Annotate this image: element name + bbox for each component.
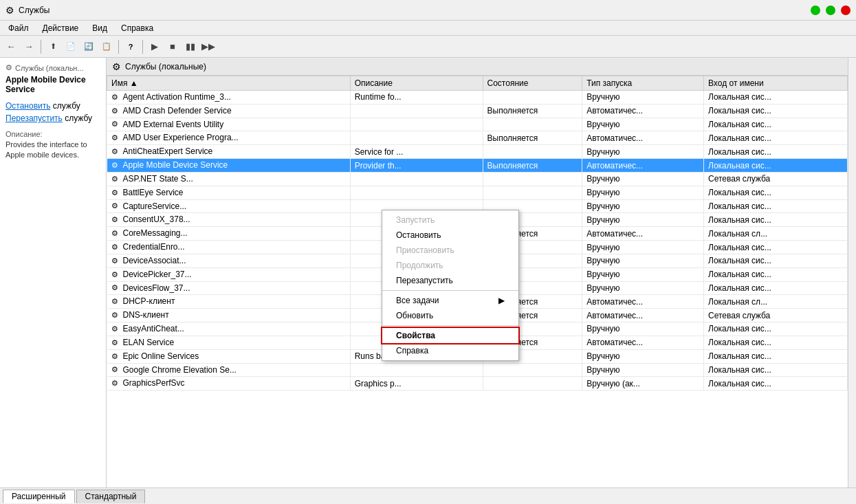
left-panel-icon: ⚙	[6, 63, 12, 72]
selected-service-name: Apple Mobile Device Service	[6, 75, 100, 94]
col-header-status[interactable]: Состояние	[483, 76, 582, 91]
toolbar: ← → ⬆ 📄 🔄 📋 ? ▶ ■ ▮▮ ▶▶	[0, 36, 856, 58]
left-panel: ⚙ Службы (локальн... Apple Mobile Device…	[0, 58, 107, 487]
tb-show[interactable]: 📄	[63, 39, 79, 55]
menu-help[interactable]: Справка	[116, 22, 159, 34]
services-header: ⚙ Службы (локальные)	[107, 58, 848, 76]
table-row[interactable]: ⚙AMD User Experience Progra... Выполняет…	[107, 131, 848, 145]
table-row[interactable]: ⚙Google Chrome Elevation Se... Вручную Л…	[107, 363, 848, 377]
restart-suffix: службу	[63, 113, 92, 123]
tb-pause[interactable]: ▮▮	[182, 39, 199, 55]
ctx-item-продолжить: Продолжить	[382, 258, 518, 273]
col-header-desc[interactable]: Описание	[350, 76, 483, 91]
menu-file[interactable]: Файл	[3, 22, 34, 34]
services-header-title: Службы (локальные)	[125, 62, 206, 72]
bottom-tabs: Расширенный Стандартный	[0, 487, 856, 504]
col-header-name[interactable]: Имя ▲	[107, 76, 351, 91]
ctx-separator	[382, 290, 518, 291]
context-menu: ЗапуститьОстановитьПриостановитьПродолжи…	[382, 210, 519, 361]
service-actions: Остановить службу Перезапустить службу	[6, 100, 100, 124]
left-panel-header: Службы (локальн...	[15, 64, 84, 72]
app-icon: ⚙	[6, 5, 14, 16]
table-row[interactable]: ⚙ASP.NET State S... Вручную Сетевая служ…	[107, 172, 848, 186]
tb-sep2	[118, 40, 119, 54]
title-bar: ⚙ Службы	[0, 0, 856, 21]
tab-extended[interactable]: Расширенный	[3, 490, 75, 503]
ctx-item-все-задачи[interactable]: Все задачи▶	[382, 293, 518, 308]
title-bar-controls	[811, 6, 850, 15]
ctx-item-запустить: Запустить	[382, 212, 518, 228]
table-row[interactable]: ⚙AMD Crash Defender Service Выполняется …	[107, 104, 848, 118]
desc-text: Provides the interface to Apple mobile d…	[6, 140, 100, 160]
table-row[interactable]: ⚙AntiCheatExpert Service Service for ...…	[107, 145, 848, 159]
maximize-button[interactable]	[826, 6, 835, 15]
restart-service-link[interactable]: Перезапустить	[6, 113, 63, 123]
tb-sep1	[41, 40, 41, 54]
tb-resume[interactable]: ▶▶	[200, 39, 217, 55]
menu-bar: Файл Действие Вид Справка	[0, 21, 856, 36]
tab-standard[interactable]: Стандартный	[76, 490, 146, 503]
ctx-item-остановить[interactable]: Остановить	[382, 228, 518, 243]
menu-action[interactable]: Действие	[37, 22, 85, 34]
table-row[interactable]: ⚙GraphicsPerfSvc Graphics p... Вручную (…	[107, 377, 848, 391]
desc-label: Описание:	[6, 130, 100, 138]
table-row[interactable]: ⚙Agent Activation Runtime_3... Runtime f…	[107, 91, 848, 105]
table-row[interactable]: ⚙Apple Mobile Device Service Provider th…	[107, 159, 848, 173]
ctx-item-обновить[interactable]: Обновить	[382, 308, 518, 323]
services-header-icon: ⚙	[112, 61, 121, 72]
tb-sep3	[142, 40, 143, 54]
ctx-item-справка[interactable]: Справка	[382, 343, 518, 358]
col-header-startup[interactable]: Тип запуска	[582, 76, 704, 91]
window-title: Службы	[19, 6, 50, 15]
left-panel-title: ⚙ Службы (локальн...	[6, 63, 100, 72]
title-bar-left: ⚙ Службы	[6, 5, 50, 16]
tb-export[interactable]: 📋	[98, 39, 115, 55]
tb-refresh[interactable]: 🔄	[80, 39, 97, 55]
tb-play[interactable]: ▶	[146, 39, 163, 55]
ctx-item-перезапустить[interactable]: Перезапустить	[382, 273, 518, 288]
table-header-row: Имя ▲ Описание Состояние Тип запуска Вхо…	[107, 76, 848, 91]
tb-stop[interactable]: ■	[164, 39, 181, 55]
menu-view[interactable]: Вид	[87, 22, 113, 34]
tb-forward[interactable]: →	[21, 39, 37, 55]
scrollbar[interactable]	[848, 58, 856, 487]
close-button[interactable]	[841, 6, 850, 15]
table-row[interactable]: ⚙BattlEye Service Вручную Локальная сис.…	[107, 186, 848, 199]
ctx-separator	[382, 325, 518, 326]
stop-suffix: службу	[51, 101, 80, 111]
tb-help[interactable]: ?	[122, 39, 139, 55]
tb-up[interactable]: ⬆	[45, 39, 61, 55]
ctx-item-свойства[interactable]: Свойства	[382, 328, 518, 343]
ctx-item-приостановить: Приостановить	[382, 243, 518, 258]
stop-service-link[interactable]: Остановить	[6, 101, 51, 111]
minimize-button[interactable]	[811, 6, 820, 15]
col-header-logon[interactable]: Вход от имени	[704, 76, 848, 91]
table-row[interactable]: ⚙AMD External Events Utility Вручную Лок…	[107, 118, 848, 131]
tb-back[interactable]: ←	[3, 39, 19, 55]
